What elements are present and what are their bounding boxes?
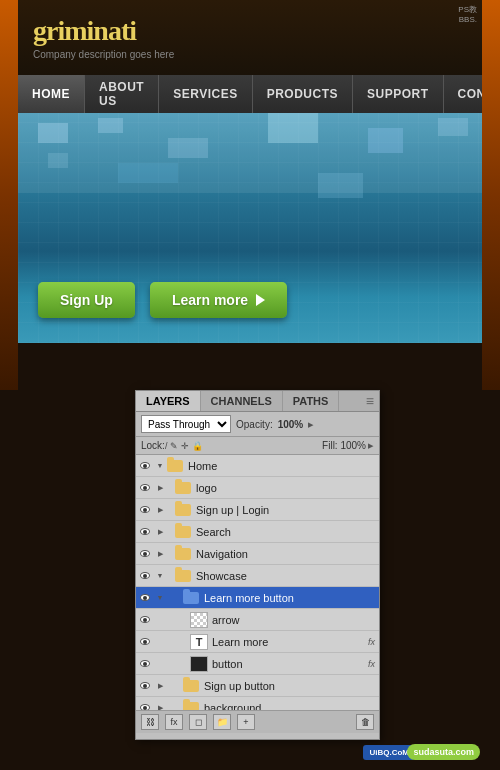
layer-thumb — [182, 590, 200, 606]
layer-thumb — [166, 458, 184, 474]
nav-item-services[interactable]: SERVICES — [159, 75, 252, 113]
fill-label: Fill: — [322, 440, 338, 451]
watermark-line2: BBS. — [458, 15, 477, 25]
layers-list[interactable]: ▼Home▶logo▶Sign up | Login▶Search▶Naviga… — [136, 455, 379, 710]
opacity-value: 100% — [278, 419, 304, 430]
layer-name: logo — [196, 482, 217, 494]
layer-expand-arrow — [154, 631, 166, 653]
layer-row[interactable]: ▶Sign up | Login — [136, 499, 379, 521]
layer-name: Navigation — [196, 548, 248, 560]
layer-thumb — [174, 568, 192, 584]
new-layer-button[interactable]: + — [237, 714, 255, 730]
logo-text-start: gri — [33, 15, 64, 46]
layer-row[interactable]: TLearn morefx — [136, 631, 379, 653]
eye-icon[interactable] — [136, 697, 154, 711]
layer-row[interactable]: ▶Sign up button — [136, 675, 379, 697]
learn-more-label: Learn more — [172, 292, 248, 308]
layer-name: Search — [196, 526, 231, 538]
delete-layer-button[interactable]: 🗑 — [356, 714, 374, 730]
layers-panel: LAYERS CHANNELS PATHS ≡ Pass Through Nor… — [135, 390, 380, 740]
layer-name: Home — [188, 460, 217, 472]
blend-mode-select[interactable]: Pass Through Normal Multiply Screen — [141, 415, 231, 433]
panel-controls-blend: Pass Through Normal Multiply Screen Opac… — [136, 412, 379, 437]
layer-expand-arrow: ▶ — [154, 675, 166, 697]
nav-item-support[interactable]: SUPPORT — [353, 75, 444, 113]
eye-icon[interactable] — [136, 675, 154, 697]
layer-row[interactable]: ▼Showcase — [136, 565, 379, 587]
lock-transparent-icon[interactable]: / — [165, 441, 168, 451]
layer-row[interactable]: ▼Learn more button — [136, 587, 379, 609]
layer-thumb — [182, 700, 200, 711]
panel-tabs: LAYERS CHANNELS PATHS ≡ — [136, 391, 379, 412]
layer-expand-arrow: ▶ — [154, 499, 166, 521]
signup-button[interactable]: Sign Up — [38, 282, 135, 318]
layer-name: Learn more — [212, 636, 268, 648]
nav-item-products[interactable]: PRODUCTS — [253, 75, 353, 113]
layer-row[interactable]: ▼Home — [136, 455, 379, 477]
panel-menu-icon[interactable]: ≡ — [339, 391, 379, 411]
fill-arrow[interactable]: ▸ — [368, 439, 374, 452]
eye-icon[interactable] — [136, 631, 154, 653]
layer-expand-arrow: ▶ — [154, 543, 166, 565]
eye-icon[interactable] — [136, 521, 154, 543]
layer-thumb — [174, 546, 192, 562]
website-mockup: griminati Company description goes here … — [0, 0, 500, 390]
tab-channels[interactable]: CHANNELS — [201, 391, 283, 411]
link-layers-button[interactable]: ⛓ — [141, 714, 159, 730]
layer-thumb: T — [190, 634, 208, 650]
eye-icon[interactable] — [136, 499, 154, 521]
layer-expand-arrow — [154, 653, 166, 675]
panel-controls-lock: Lock: / ✎ ✛ 🔒 Fill: 100% ▸ — [136, 437, 379, 455]
site-nav: HOME ABOUT US SERVICES PRODUCTS SUPPORT … — [18, 75, 482, 113]
lock-position-icon[interactable]: ✛ — [181, 441, 189, 451]
layer-fx-badge: fx — [368, 659, 375, 669]
tab-layers[interactable]: LAYERS — [136, 391, 201, 411]
layer-thumb — [174, 502, 192, 518]
opacity-label: Opacity: — [236, 419, 273, 430]
watermark-sudasuta: sudasuta.com — [407, 744, 480, 760]
site-header: griminati Company description goes here … — [18, 0, 482, 75]
new-group-button[interactable]: 📁 — [213, 714, 231, 730]
lock-all-icon[interactable]: 🔒 — [192, 441, 203, 451]
nav-item-contact[interactable]: CONTACT — [444, 75, 483, 113]
add-mask-button[interactable]: ◻ — [189, 714, 207, 730]
layer-row[interactable]: ▶logo — [136, 477, 379, 499]
layer-row[interactable]: arrow — [136, 609, 379, 631]
lock-pixels-icon[interactable]: ✎ — [170, 441, 178, 451]
layer-row[interactable]: ▶Search — [136, 521, 379, 543]
layer-row[interactable]: buttonfx — [136, 653, 379, 675]
layer-fx-badge: fx — [368, 637, 375, 647]
layer-name: button — [212, 658, 243, 670]
layer-expand-arrow: ▼ — [154, 455, 166, 477]
nav-item-home[interactable]: HOME — [18, 75, 85, 113]
eye-icon[interactable] — [136, 587, 154, 609]
hero-buttons: Sign Up Learn more — [38, 282, 287, 318]
logo-tagline: Company description goes here — [33, 49, 174, 60]
eye-icon[interactable] — [136, 543, 154, 565]
layer-thumb — [174, 524, 192, 540]
layer-row[interactable]: ▶background — [136, 697, 379, 710]
lock-label: Lock: — [141, 440, 165, 451]
add-fx-button[interactable]: fx — [165, 714, 183, 730]
layer-name: Sign up button — [204, 680, 275, 692]
layer-thumb — [182, 678, 200, 694]
site-hero: Sign Up Learn more — [18, 113, 482, 343]
layer-name: Learn more button — [204, 592, 294, 604]
site-logo: griminati Company description goes here — [33, 15, 174, 60]
logo-text-end: inati — [87, 15, 136, 46]
watermark: PS教 BBS. — [458, 5, 477, 26]
opacity-arrow[interactable]: ▸ — [308, 418, 314, 431]
learn-more-button[interactable]: Learn more — [150, 282, 287, 318]
eye-icon[interactable] — [136, 653, 154, 675]
layer-expand-arrow: ▼ — [154, 565, 166, 587]
layer-name: arrow — [212, 614, 240, 626]
layer-expand-arrow: ▼ — [154, 587, 166, 609]
eye-icon[interactable] — [136, 565, 154, 587]
fill-value: 100% — [340, 440, 366, 451]
eye-icon[interactable] — [136, 455, 154, 477]
layer-row[interactable]: ▶Navigation — [136, 543, 379, 565]
tab-paths[interactable]: PATHS — [283, 391, 340, 411]
eye-icon[interactable] — [136, 477, 154, 499]
nav-item-about[interactable]: ABOUT US — [85, 75, 159, 113]
eye-icon[interactable] — [136, 609, 154, 631]
